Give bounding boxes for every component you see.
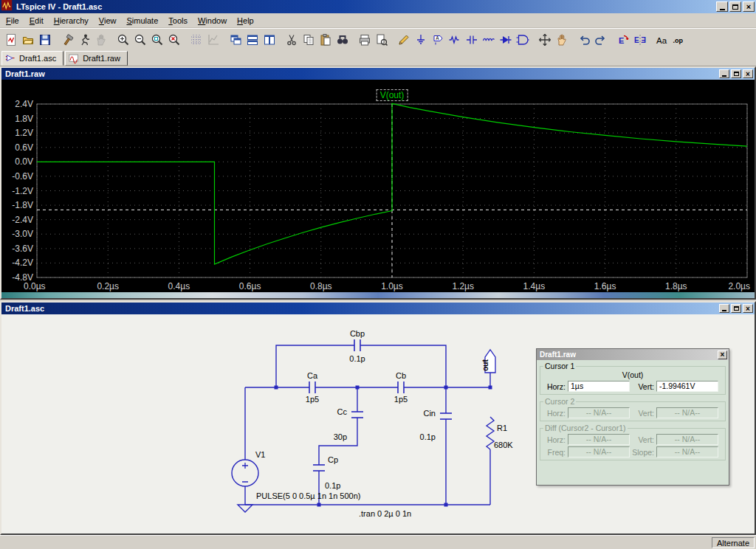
toolbar-zoom-out-button[interactable] <box>131 31 148 49</box>
toolbar-find-button[interactable] <box>334 31 351 49</box>
cursor-dialog[interactable]: Draft1.raw × Cursor 1 V(out) Horz: 1µs V… <box>536 348 729 486</box>
toolbar-zoom-in-button[interactable] <box>114 31 131 49</box>
toolbar-component-button[interactable] <box>514 31 531 49</box>
schematic-window-titlebar[interactable]: Draft1.asc × <box>1 303 755 314</box>
component-R1[interactable]: R1680K <box>487 417 513 449</box>
schematic-canvas[interactable]: Cbp0.1pCa1p5Cb1p5Cc30pCin0.1pCp0.1pR1680… <box>1 314 755 534</box>
toolbar-print-button[interactable] <box>356 31 373 49</box>
toolbar-copy-button[interactable] <box>300 31 317 49</box>
menu-file[interactable]: File <box>1 14 24 27</box>
component-Cp[interactable]: Cp0.1p <box>313 455 340 490</box>
diff-vert-value: -- N/A-- <box>656 434 718 445</box>
close-button[interactable]: × <box>743 1 755 12</box>
cut-icon <box>285 33 298 46</box>
minimize-icon <box>720 9 725 10</box>
toolbar-capacitor-button[interactable] <box>463 31 480 49</box>
schematic-restore-button[interactable] <box>731 304 741 313</box>
cursor1-trace-name: V(out) <box>543 370 722 379</box>
toolbar-net-label-button[interactable]: A <box>429 31 446 49</box>
toolbar-cut-button[interactable] <box>283 31 300 49</box>
svg-text:-4.2V: -4.2V <box>12 258 33 268</box>
ground-symbol[interactable] <box>238 505 252 512</box>
toolbar-group: EEE <box>614 31 648 49</box>
cascade-windows-icon <box>229 33 242 46</box>
component-Cin[interactable]: Cin0.1p <box>420 409 452 441</box>
toolbar-mirror-button[interactable]: EE <box>631 31 648 49</box>
toolbar-print-preview-button[interactable] <box>373 31 390 49</box>
maximize-button[interactable] <box>729 1 741 12</box>
wires[interactable] <box>245 345 490 505</box>
tab-draft1.raw[interactable]: Draft1.raw <box>65 51 128 66</box>
close-icon: × <box>746 71 750 77</box>
toolbar-open-button[interactable] <box>19 31 36 49</box>
toolbar: AEEEAa.op <box>0 28 756 50</box>
titlebar[interactable]: LTspice IV - Draft1.asc × <box>0 0 756 13</box>
toolbar-resistor-button[interactable] <box>446 31 463 49</box>
schematic-minimize-button[interactable] <box>719 304 729 313</box>
schematic-close-button[interactable]: × <box>743 304 753 313</box>
toolbar-text-button[interactable]: Aa <box>653 31 670 49</box>
schematic-window: Draft1.asc × Cbp0.1pCa1p5Cb1p5Cc30pCin0.… <box>0 301 756 535</box>
toolbar-wire-button[interactable] <box>395 31 412 49</box>
waveform-restore-button[interactable] <box>731 69 741 78</box>
svg-text:-3.0V: -3.0V <box>12 229 33 239</box>
net-label-icon: A <box>431 33 444 46</box>
toolbar-control-panel-button[interactable] <box>58 31 75 49</box>
toolbar-undo-button[interactable] <box>575 31 592 49</box>
toolbar-drag-button[interactable] <box>553 31 570 49</box>
cursor2-vert-value: -- N/A-- <box>656 407 718 418</box>
cursor1-horz-value[interactable]: 1µs <box>568 381 630 392</box>
menu-edit[interactable]: Edit <box>24 14 49 27</box>
svg-text:Cc: Cc <box>337 407 348 416</box>
toolbar-redo-button[interactable] <box>592 31 609 49</box>
menu-tools[interactable]: Tools <box>163 14 193 27</box>
control-panel-icon <box>61 33 74 46</box>
toolbar-move-button[interactable] <box>536 31 553 49</box>
waveform-chart[interactable]: 2.4V1.8V1.2V0.6V0.0V-0.6V-1.2V-1.8V-2.4V… <box>1 80 755 292</box>
toolbar-paste-button[interactable] <box>317 31 334 49</box>
toolbar-zoom-back-button[interactable] <box>165 31 182 49</box>
print-icon <box>358 33 371 46</box>
x-axis-labels: 0.0µs0.2µs0.4µs0.6µs0.8µs1.0µs1.2µs1.4µs… <box>24 281 750 291</box>
svg-text:E: E <box>619 35 624 44</box>
zoom-back-icon <box>168 33 181 46</box>
toolbar-rotate-button[interactable]: E <box>614 31 631 49</box>
toolbar-run-button[interactable] <box>75 31 92 49</box>
menu-view[interactable]: View <box>94 14 122 27</box>
toolbar-save-button[interactable] <box>36 31 53 49</box>
menu-window[interactable]: Window <box>193 14 232 27</box>
cursor-dialog-close-button[interactable]: × <box>718 351 727 359</box>
toolbar-new-schematic-button[interactable] <box>2 31 19 49</box>
toolbar-tile-vertical-button[interactable] <box>261 31 278 49</box>
toolbar-spice-directive-button[interactable]: .op <box>670 31 687 49</box>
svg-text:0.4µs: 0.4µs <box>168 281 190 291</box>
tab-draft1.asc[interactable]: Draft1.asc <box>1 51 63 66</box>
toolbar-diode-button[interactable] <box>497 31 514 49</box>
component-V1[interactable]: V1PULSE(5 0 0.5µ 1n 1n 500n) <box>232 450 361 500</box>
toolbar-tile-horizontal-button[interactable] <box>244 31 261 49</box>
minimize-button[interactable] <box>716 1 728 12</box>
toolbar-cascade-windows-button[interactable] <box>227 31 244 49</box>
capacitor-icon <box>465 33 478 46</box>
cursor1-vert-value[interactable]: -1.99461V <box>656 381 718 392</box>
trace-label[interactable]: V(out) <box>377 89 408 101</box>
waveform-plot-area[interactable]: 2.4V1.8V1.2V0.6V0.0V-0.6V-1.2V-1.8V-2.4V… <box>1 80 755 292</box>
menu-simulate[interactable]: Simulate <box>121 14 163 27</box>
cursor1-vert-label: Vert: <box>632 382 654 391</box>
menu-hierarchy[interactable]: Hierarchy <box>49 14 94 27</box>
toolbar-ground-button[interactable] <box>412 31 429 49</box>
net-flag-out[interactable]: out <box>481 350 495 373</box>
waveform-window-titlebar[interactable]: Draft1.raw × <box>1 68 755 80</box>
toolbar-zoom-full-button[interactable] <box>148 31 165 49</box>
spice-directive-text[interactable]: .tran 0 2µ 0 1n <box>359 509 411 518</box>
y-axis-labels: 2.4V1.8V1.2V0.6V0.0V-0.6V-1.2V-1.8V-2.4V… <box>12 99 33 283</box>
toolbar-grid-button[interactable] <box>188 31 205 49</box>
menu-help[interactable]: Help <box>232 14 259 27</box>
waveform-window-title: Draft1.raw <box>5 69 718 78</box>
waveform-minimize-button[interactable] <box>719 69 729 78</box>
component-Cc[interactable]: Cc30p <box>334 407 363 441</box>
waveform-close-button[interactable]: × <box>743 69 753 78</box>
toolbar-inductor-button[interactable] <box>480 31 497 49</box>
cursor-dialog-titlebar[interactable]: Draft1.raw × <box>537 349 729 360</box>
component-Cbp[interactable]: Cbp0.1p <box>349 329 365 363</box>
